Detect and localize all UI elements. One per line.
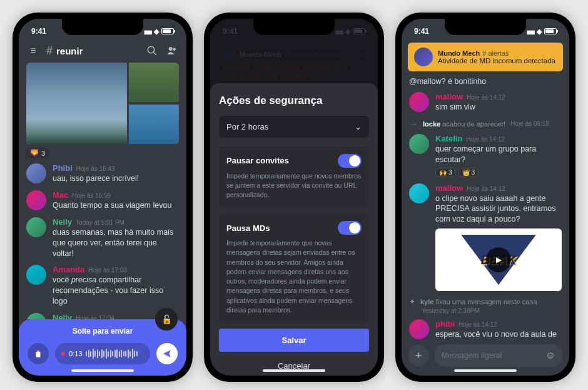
channel-title[interactable]: # reunir — [46, 44, 139, 58]
message-text: o clipe novo saiu aaaah a gente PRECISA … — [435, 193, 562, 225]
timestamp: Hoje às 17:04 — [76, 315, 114, 319]
message-text: você precisa compartilhar recomendações … — [53, 275, 179, 307]
message[interactable]: phibiHoje às 14:12 espera, você viu o no… — [409, 319, 562, 339]
avatar[interactable] — [26, 217, 46, 237]
username[interactable]: Mac — [53, 190, 68, 200]
hash-icon: # — [46, 44, 53, 58]
avatar[interactable] — [409, 183, 429, 203]
system-username[interactable]: locke — [423, 120, 440, 128]
pause-invites-toggle[interactable] — [338, 154, 362, 168]
avatar[interactable] — [26, 190, 46, 210]
notch — [62, 19, 143, 35]
username[interactable]: mallow — [435, 92, 463, 101]
sheet-title: Ações de segurança — [219, 95, 369, 107]
message[interactable]: NellyToday at 5:01 PM duas semanas, mas … — [26, 217, 179, 259]
phone-mockup-1: 9:41 ≡ # reunir — [13, 13, 193, 382]
timestamp: Hoje às 14:12 — [467, 185, 505, 192]
server-avatar — [414, 48, 433, 66]
svg-line-1 — [153, 52, 156, 55]
modal-overlay[interactable]: Ações de segurança Por 2 horas ⌄ Pausar … — [210, 19, 378, 376]
timestamp: Hoje às 17:03 — [88, 267, 127, 274]
alert-body: Mundo Mech # alertas Atividade de MD inc… — [438, 49, 557, 64]
username[interactable]: mallow — [435, 183, 463, 193]
pinned-username[interactable]: kyle — [420, 298, 433, 305]
username[interactable]: Phibi — [53, 163, 73, 173]
image-small-1[interactable] — [129, 63, 179, 102]
message[interactable]: AmandaHoje às 17:03 você precisa compart… — [26, 265, 179, 307]
avatar[interactable] — [409, 134, 429, 154]
system-action: acabou de aparecer! — [442, 120, 505, 128]
reaction-emoji: 🌄 — [30, 149, 39, 157]
toggle-card-dms: Pausa MDs Impede temporariamente que nov… — [219, 213, 369, 322]
video-embed[interactable]: BEAK ▶ — [435, 228, 562, 291]
image-attachment[interactable] — [26, 63, 179, 144]
lock-icon[interactable]: 🔓 — [155, 308, 178, 331]
message-body: NellyToday at 5:01 PM duas semanas, mas … — [53, 217, 179, 259]
send-recording-button[interactable] — [156, 343, 178, 364]
avatar[interactable] — [26, 163, 46, 183]
voice-hint-label: Solte para enviar — [28, 327, 178, 336]
join-arrow-icon: → — [409, 119, 418, 129]
home-indicator[interactable] — [263, 369, 325, 372]
username[interactable]: Nelly — [53, 217, 72, 227]
delete-recording-button[interactable] — [28, 343, 49, 364]
waveform[interactable]: 0:13 — [55, 343, 150, 364]
toggle-card-invites: Pausar convites Impede temporariamente q… — [219, 146, 369, 208]
input-placeholder: Mensagem #geral — [442, 351, 502, 360]
avatar[interactable] — [26, 265, 46, 285]
play-icon[interactable]: ▶ — [486, 247, 511, 272]
message-text: Quanto tempo a sua viagem levou — [53, 200, 179, 211]
message-input[interactable]: Mensagem #geral ☺ — [434, 344, 563, 367]
alert-banner[interactable]: Mundo Mech # alertas Atividade de MD inc… — [408, 43, 563, 71]
message[interactable]: KatelinHoje às 14:12 quer começar um gru… — [409, 134, 562, 177]
home-indicator[interactable] — [71, 369, 134, 372]
avatar[interactable] — [409, 319, 429, 339]
emoji-icon[interactable]: ☺ — [545, 350, 555, 361]
svg-point-2 — [169, 47, 173, 51]
screen: 9:41 Mundo Mech # alertas-de-invasão × A… — [210, 19, 378, 376]
duration-select[interactable]: Por 2 horas ⌄ — [219, 116, 369, 138]
pinned-action: fixou uma mensagem neste cana — [435, 298, 537, 305]
message[interactable]: mallowHoje às 14:12 o clipe novo saiu aa… — [409, 183, 562, 292]
reaction-count: 3 — [41, 150, 45, 157]
add-attachment-button[interactable]: + — [408, 345, 429, 366]
timestamp: Hoje às 14:12 — [459, 321, 497, 328]
pin-icon: ✦ — [409, 297, 415, 306]
username[interactable]: Nelly — [53, 313, 72, 319]
username[interactable]: phibi — [435, 319, 455, 329]
timestamp: Hoje às 09:18 — [510, 120, 549, 127]
message-text: espera, você viu o novo da aula de dança… — [435, 329, 562, 339]
reaction-pill[interactable]: 🌄 3 — [26, 148, 49, 158]
save-button[interactable]: Salvar — [219, 329, 369, 352]
system-message: → locke acabou de aparecer! Hoje às 09:1… — [409, 119, 562, 129]
cancel-button[interactable]: Cancelar — [219, 354, 369, 376]
pinned-timestamp: Yesterday at 2:38PM — [422, 307, 562, 314]
avatar[interactable] — [26, 313, 46, 319]
message[interactable]: mallowHoje às 14:12 sim sim vlw — [409, 92, 562, 113]
image-large[interactable] — [26, 63, 127, 144]
message[interactable]: PhibiHoje às 16:43 uau, isso parece incr… — [26, 163, 179, 184]
voice-recording-bar: 🔓 Solte para enviar 0:13 — [19, 319, 186, 376]
message-list[interactable]: @mallow? é bonitinho mallowHoje às 14:12… — [402, 76, 569, 339]
timestamp: Today at 5:01 PM — [76, 219, 124, 226]
message-list[interactable]: 🌄 3 PhibiHoje às 16:43 uau, isso parece … — [19, 63, 186, 319]
username[interactable]: Amanda — [53, 265, 84, 274]
message[interactable]: MacHoje às 16:59 Quanto tempo a sua viag… — [26, 190, 179, 211]
recording-time: 0:13 — [69, 350, 82, 357]
members-icon[interactable] — [165, 44, 179, 58]
search-icon[interactable] — [145, 44, 159, 58]
pause-dms-toggle[interactable] — [338, 221, 362, 235]
message-body: PhibiHoje às 16:43 uau, isso parece incr… — [53, 163, 179, 184]
reaction-pill[interactable]: 👑3 — [459, 168, 479, 177]
toggle-label: Pausar convites — [226, 156, 289, 165]
message-text: uau, isso parece incrível! — [53, 173, 179, 184]
alert-text: Atividade de MD incomum detectada — [438, 57, 557, 64]
svg-point-3 — [173, 48, 176, 51]
avatar[interactable] — [409, 92, 429, 112]
reaction-pill[interactable]: 🙌3 — [435, 168, 456, 177]
username[interactable]: Katelin — [435, 134, 462, 143]
alert-server-name: Mundo Mech — [438, 49, 480, 57]
home-indicator[interactable] — [454, 369, 517, 372]
image-small-2[interactable] — [129, 105, 179, 144]
menu-icon[interactable]: ≡ — [26, 44, 40, 58]
